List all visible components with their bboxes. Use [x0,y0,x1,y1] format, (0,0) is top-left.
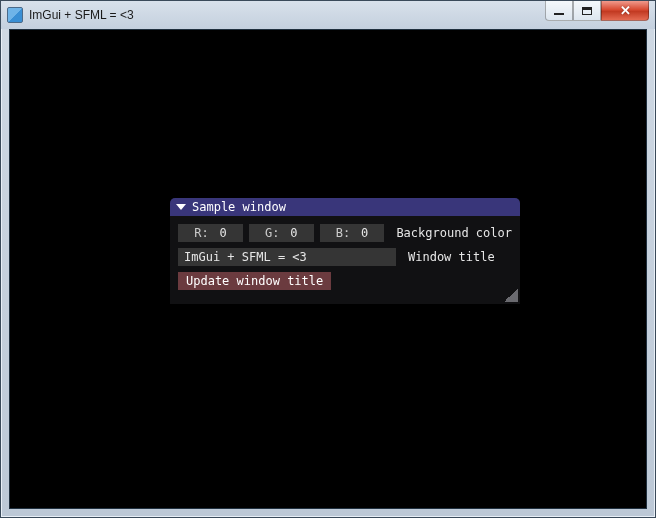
window-title-input[interactable] [178,248,396,266]
os-window-controls: ✕ [545,1,649,29]
bg-color-b-field[interactable]: B: 0 [320,224,385,242]
bg-color-g-value: 0 [287,226,297,240]
os-window-frame: ImGui + SFML = <3 ✕ Sample window R: [0,0,656,518]
imgui-window-title: Sample window [192,200,286,214]
collapse-triangle-icon[interactable] [176,204,186,210]
os-titlebar[interactable]: ImGui + SFML = <3 ✕ [1,1,655,29]
bg-color-g-label: G: [265,226,279,240]
os-window-title: ImGui + SFML = <3 [29,8,545,22]
bg-color-caption: Background color [396,226,512,240]
background-color-row: R: 0 G: 0 B: 0 Background color [178,224,512,242]
close-button[interactable]: ✕ [601,1,649,21]
update-window-title-button[interactable]: Update window title [178,272,331,290]
imgui-titlebar[interactable]: Sample window [170,198,520,216]
bg-color-r-label: R: [194,226,208,240]
maximize-icon [582,7,592,15]
app-icon [7,7,23,23]
imgui-window[interactable]: Sample window R: 0 G: 0 B: 0 [170,198,520,304]
bg-color-r-field[interactable]: R: 0 [178,224,243,242]
minimize-button[interactable] [545,1,573,21]
close-icon: ✕ [620,4,631,17]
window-title-row: Window title [178,248,512,266]
bg-color-b-label: B: [336,226,350,240]
bg-color-r-value: 0 [217,226,227,240]
button-row: Update window title [178,272,512,290]
client-area: Sample window R: 0 G: 0 B: 0 [9,29,647,509]
window-title-caption: Window title [408,250,495,264]
minimize-icon [554,13,564,15]
maximize-button[interactable] [573,1,601,21]
bg-color-g-field[interactable]: G: 0 [249,224,314,242]
resize-grip-icon[interactable] [504,288,518,302]
imgui-body: R: 0 G: 0 B: 0 Background color Win [170,216,520,304]
bg-color-b-value: 0 [358,226,368,240]
